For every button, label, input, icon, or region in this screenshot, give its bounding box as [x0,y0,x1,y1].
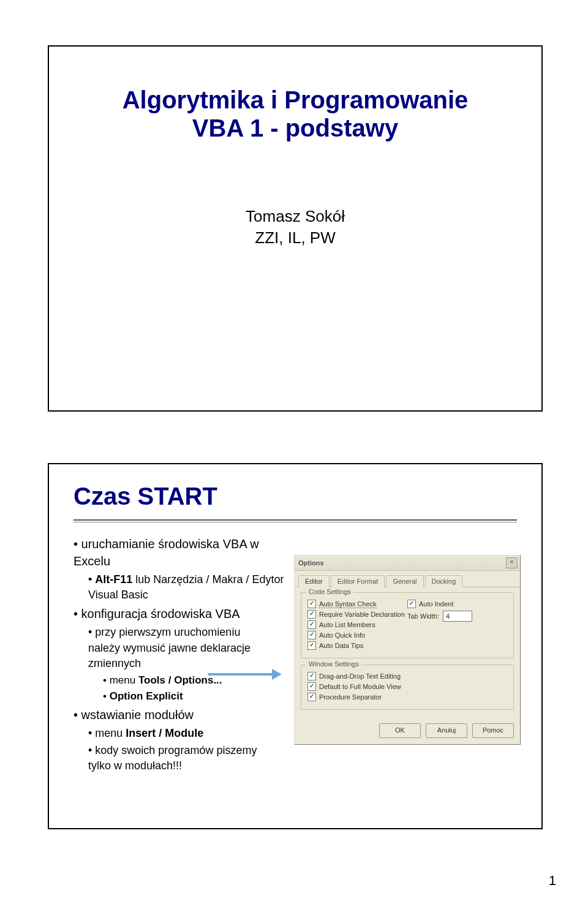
dialog-title: Options [298,559,324,567]
chk-require-variable[interactable]: ✓ Require Variable Declaration [307,610,407,619]
slide1-title-line2: VBA 1 - podstawy [192,115,398,141]
checkbox-icon: ✓ [307,682,316,691]
slide2-title-underline [74,519,517,522]
ok-button[interactable]: OK [379,723,421,738]
checkbox-icon: ✓ [307,610,316,619]
cancel-button[interactable]: Anuluj [426,723,467,738]
bullet-pierwszym-text: przy pierwszym uruchomieniu należy wymus… [88,626,251,669]
chk-proc-sep-label: Procedure Separator [319,693,382,701]
checkbox-icon: ✓ [307,631,316,639]
arrow-icon [208,669,282,680]
code-settings-fieldset: Code Settings ✓ Auto Syntax Check ✓ Requ… [301,592,514,658]
tab-general[interactable]: General [386,575,423,587]
code-settings-legend: Code Settings [306,588,353,595]
tab-width-input[interactable]: 4 [443,611,472,622]
bullet-option-explicit: Option Explicit [103,689,294,704]
window-settings-fieldset: Window Settings ✓ Drag-and-Drop Text Edi… [301,665,514,710]
bullet-konfiguracja: konfiguracja środowiska VBA [74,605,294,622]
chk-drag-drop-label: Drag-and-Drop Text Editing [319,672,401,680]
dialog-buttons: OK Anuluj Pomoc [295,721,520,744]
chk-full-module[interactable]: ✓ Default to Full Module View [307,682,507,691]
tab-docking[interactable]: Docking [425,575,463,587]
tab-editor-format[interactable]: Editor Format [331,575,385,587]
checkbox-icon: ✓ [307,600,316,608]
chk-auto-syntax-label: Auto Syntax Check [319,600,377,608]
checkbox-icon: ✓ [307,620,316,629]
page-number: 1 [549,873,556,889]
tab-width-label: Tab Width: [407,612,439,620]
chk-require-variable-label: Require Variable Declaration [319,611,405,618]
checkbox-icon: ✓ [307,672,316,680]
chk-proc-sep[interactable]: ✓ Procedure Separator [307,693,507,701]
dialog-tabs: Editor Editor Format General Docking [295,571,520,587]
slide-1: Algorytmika i Programowanie VBA 1 - pods… [48,45,543,412]
menu-prefix-1: menu [110,674,138,686]
chk-auto-list-label: Auto List Members [319,621,375,628]
option-explicit-bold: Option Explicit [110,690,183,702]
slide1-title-line1: Algorytmika i Programowanie [123,86,469,113]
bullet-wstawianie: wstawianie modułów [74,706,294,723]
help-button[interactable]: Pomoc [472,723,514,738]
chk-auto-data-tips-label: Auto Data Tips [319,642,363,649]
chk-auto-quick[interactable]: ✓ Auto Quick Info [307,631,407,639]
chk-auto-syntax[interactable]: ✓ Auto Syntax Check [307,600,407,608]
checkbox-icon: ✓ [307,693,316,701]
chk-auto-data-tips[interactable]: ✓ Auto Data Tips [307,641,407,650]
slide1-title: Algorytmika i Programowanie VBA 1 - pods… [80,86,511,142]
checkbox-icon: ✓ [307,641,316,650]
bullet-kody: kody swoich programów piszemy tylko w mo… [88,743,272,774]
window-settings-legend: Window Settings [306,660,361,668]
slide1-author: Tomasz Sokół [246,207,345,225]
chk-auto-quick-label: Auto Quick Info [319,631,365,639]
bullet-altf11: Alt-F11 lub Narzędzia / Makra / Edytor V… [88,572,294,603]
chk-auto-list[interactable]: ✓ Auto List Members [307,620,407,629]
tab-width-row: Tab Width: 4 [407,611,507,622]
bullet-insert-module: menu Insert / Module [88,726,294,741]
menu-prefix-2: menu [95,727,126,739]
options-dialog: Options × Editor Editor Format General D… [294,555,521,745]
chk-full-module-label: Default to Full Module View [319,683,401,690]
bullet-uruchamianie: uruchamianie środowiska VBA w Excelu [74,535,294,570]
slide2-title: Czas START [74,483,217,510]
slide2-bullets: uruchamianie środowiska VBA w Excelu Alt… [74,533,294,775]
dialog-titlebar: Options × [295,556,520,571]
dialog-body: Code Settings ✓ Auto Syntax Check ✓ Requ… [295,587,520,721]
slide1-affiliation: ZZI, IL, PW [255,228,335,247]
insert-module-bold: Insert / Module [126,727,203,739]
checkbox-icon: ✓ [407,600,416,608]
bullet-pierwszym: przy pierwszym uruchomieniu należy wymus… [88,625,272,671]
chk-auto-indent[interactable]: ✓ Auto Indent [407,600,507,608]
close-icon[interactable]: × [506,557,518,568]
slide-2: Czas START uruchamianie środowiska VBA w… [48,463,543,829]
altf11-label: Alt-F11 [95,573,132,586]
chk-drag-drop[interactable]: ✓ Drag-and-Drop Text Editing [307,672,507,680]
chk-auto-indent-label: Auto Indent [419,600,453,608]
slide1-subtitle: Tomasz Sokół ZZI, IL, PW [80,206,511,249]
tab-editor[interactable]: Editor [298,575,330,587]
